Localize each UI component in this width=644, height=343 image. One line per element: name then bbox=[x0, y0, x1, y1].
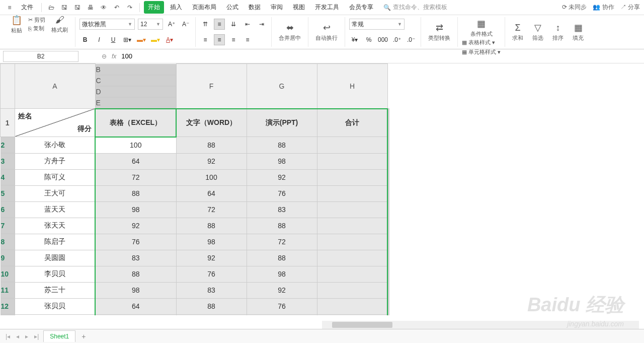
cell-H10[interactable] bbox=[389, 266, 389, 282]
align-left-button[interactable]: ≡ bbox=[200, 34, 211, 45]
redo-icon[interactable]: ↷ bbox=[124, 2, 135, 13]
cell-E4[interactable] bbox=[317, 169, 387, 185]
fill-button[interactable]: ▦填充 bbox=[570, 21, 587, 43]
cell-D2[interactable]: 88 bbox=[247, 137, 317, 154]
cell-E7[interactable] bbox=[317, 218, 387, 234]
table-style-button[interactable]: ▦ 表格样式 ▾ bbox=[462, 39, 501, 46]
cell-B2[interactable]: 100 bbox=[95, 137, 176, 154]
align-justify-button[interactable]: ≡ bbox=[242, 34, 253, 45]
align-center-button[interactable]: ≡ bbox=[214, 34, 225, 45]
currency-button[interactable]: ¥▾ bbox=[349, 34, 360, 45]
cell-E9[interactable] bbox=[317, 250, 387, 266]
cell-A6[interactable]: 蓝天天 bbox=[15, 201, 95, 218]
cell-H7[interactable] bbox=[389, 218, 389, 234]
cell-E8[interactable] bbox=[317, 234, 387, 250]
cell-D5[interactable]: 76 bbox=[247, 185, 317, 201]
col-header-F[interactable]: F bbox=[176, 64, 247, 109]
cell-C10[interactable]: 76 bbox=[176, 266, 247, 282]
cell-D12[interactable]: 76 bbox=[247, 298, 317, 314]
cell-H2[interactable] bbox=[389, 137, 389, 154]
bold-button[interactable]: B bbox=[79, 34, 91, 45]
cell-C8[interactable]: 98 bbox=[176, 234, 247, 250]
cell-E3[interactable] bbox=[317, 153, 387, 169]
wrap-text-button[interactable]: ↩自动换行 bbox=[312, 17, 341, 47]
inc-decimal-button[interactable]: .0⁺ bbox=[391, 34, 403, 45]
cell-E2[interactable] bbox=[317, 137, 387, 154]
cell-C1[interactable]: 文字（WORD） bbox=[176, 109, 247, 137]
cell-H13[interactable] bbox=[389, 314, 389, 315]
cell-B3[interactable]: 64 bbox=[95, 153, 176, 169]
format-brush-button[interactable]: 🖌格式刷 bbox=[48, 14, 71, 35]
row-header-13[interactable]: 13 bbox=[1, 314, 15, 315]
tab-data[interactable]: 数据 bbox=[245, 1, 265, 14]
merge-center-button[interactable]: ⬌合并居中 bbox=[276, 17, 304, 47]
cell-D11[interactable]: 92 bbox=[247, 282, 317, 298]
share-button[interactable]: ↗ 分享 bbox=[620, 3, 640, 12]
conditional-format-button[interactable]: ▦条件格式 bbox=[462, 17, 501, 39]
row-header-5[interactable]: 5 bbox=[1, 185, 15, 201]
cell-A7[interactable]: 张天天 bbox=[15, 218, 95, 234]
cell-D10[interactable]: 98 bbox=[247, 266, 317, 282]
cell-H8[interactable] bbox=[389, 234, 389, 250]
cell-E10[interactable] bbox=[317, 266, 387, 282]
col-header-A[interactable]: A bbox=[15, 64, 95, 109]
cell-A9[interactable]: 吴圆圆 bbox=[15, 250, 95, 266]
cell-A2[interactable]: 张小敬 bbox=[15, 137, 95, 154]
undo-icon[interactable]: ↶ bbox=[111, 2, 122, 13]
cell-D4[interactable]: 92 bbox=[247, 169, 317, 185]
fx-icon[interactable]: fx bbox=[112, 53, 116, 60]
italic-button[interactable]: I bbox=[94, 34, 105, 45]
font-size-select[interactable]: 12▼ bbox=[138, 19, 163, 30]
name-box[interactable]: B2 bbox=[3, 51, 78, 62]
row-header-7[interactable]: 7 bbox=[1, 218, 15, 234]
cell-B12[interactable]: 64 bbox=[95, 298, 176, 314]
tab-nav-prev[interactable]: ◂ bbox=[15, 333, 21, 340]
row-header-8[interactable]: 8 bbox=[1, 234, 15, 250]
cell-D6[interactable]: 83 bbox=[247, 201, 317, 218]
filter-button[interactable]: ▽筛选 bbox=[529, 21, 546, 43]
cell-B6[interactable]: 98 bbox=[95, 201, 176, 218]
col-header-C[interactable]: C bbox=[96, 75, 176, 86]
menu-file[interactable]: 文件 bbox=[17, 1, 37, 14]
font-select[interactable]: 微软雅黑▼ bbox=[79, 19, 135, 30]
sheet-tab[interactable]: Sheet1 bbox=[43, 330, 75, 342]
cell-A8[interactable]: 陈启子 bbox=[15, 234, 95, 250]
command-search[interactable]: 🔍查找命令、搜索模板 bbox=[383, 3, 447, 12]
print-icon[interactable]: 🖶 bbox=[85, 2, 96, 13]
tab-dev[interactable]: 开发工具 bbox=[311, 1, 343, 14]
save-icon[interactable]: 🖫 bbox=[59, 2, 70, 13]
row-header-11[interactable]: 11 bbox=[1, 282, 15, 298]
row-header-2[interactable]: 2 bbox=[1, 137, 15, 153]
cell-B13[interactable]: 72 bbox=[95, 314, 176, 315]
indent-dec-button[interactable]: ⇤ bbox=[242, 19, 253, 30]
cell-B1[interactable]: 表格（EXCEL） bbox=[95, 109, 176, 137]
sync-status[interactable]: ⟳ 未同步 bbox=[562, 3, 587, 12]
cut-button[interactable]: ✂ 剪切 bbox=[28, 16, 45, 24]
cell-B11[interactable]: 98 bbox=[95, 282, 176, 298]
sort-button[interactable]: ↕排序 bbox=[549, 22, 567, 43]
cell-C13[interactable]: 98 bbox=[176, 314, 247, 315]
tab-insert[interactable]: 插入 bbox=[166, 1, 186, 14]
decrease-font-icon[interactable]: A⁻ bbox=[180, 19, 191, 30]
cell-A13[interactable]: 陈芳芳 bbox=[15, 314, 95, 315]
cell-H6[interactable] bbox=[389, 201, 389, 218]
type-convert-button[interactable]: ⇄类型转换 bbox=[425, 17, 453, 47]
col-header-D[interactable]: D bbox=[96, 86, 176, 97]
tab-layout[interactable]: 页面布局 bbox=[188, 1, 220, 14]
row-header-4[interactable]: 4 bbox=[1, 169, 15, 185]
align-top-button[interactable]: ⇈ bbox=[200, 19, 211, 30]
border-button[interactable]: ⊞▾ bbox=[122, 34, 133, 45]
cell-A12[interactable]: 张贝贝 bbox=[15, 298, 95, 314]
cell-B7[interactable]: 92 bbox=[95, 218, 176, 234]
col-header-G[interactable]: G bbox=[247, 64, 317, 109]
cell-C5[interactable]: 64 bbox=[176, 185, 247, 201]
cell-B4[interactable]: 72 bbox=[95, 169, 176, 185]
row-header-10[interactable]: 10 bbox=[1, 266, 15, 282]
row-header-1[interactable]: 1 bbox=[1, 109, 15, 137]
add-sheet-button[interactable]: + bbox=[78, 332, 89, 340]
cell-C3[interactable]: 92 bbox=[176, 153, 247, 169]
tab-start[interactable]: 开始 bbox=[144, 1, 164, 14]
horizontal-scrollbar[interactable] bbox=[322, 321, 639, 329]
cell-C2[interactable]: 88 bbox=[176, 137, 247, 154]
app-menu-icon[interactable]: ≡ bbox=[4, 2, 15, 13]
